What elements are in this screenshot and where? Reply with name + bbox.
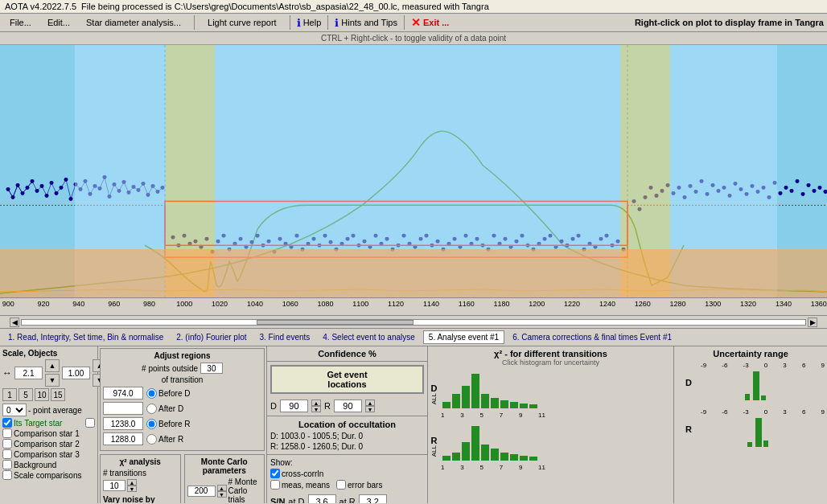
x-tick-920: 920 [38, 300, 50, 308]
d-up[interactable]: ▲ [311, 400, 321, 406]
scale-x-up[interactable]: ▲ [45, 359, 60, 372]
svg-rect-156 [462, 386, 470, 408]
d-degree-input[interactable] [280, 400, 308, 412]
scale-x-down[interactable]: ▼ [45, 374, 60, 387]
num-5-btn[interactable]: 5 [19, 388, 33, 401]
x-tick-900: 900 [2, 300, 14, 308]
star-diameter-menu[interactable]: Star diameter analysis... [80, 16, 187, 29]
d-uncertainty-hist[interactable]: -9-6-30369 [701, 362, 825, 404]
mc-down[interactable]: ▼ [217, 491, 227, 498]
exit-button[interactable]: ✕ Exit ... [411, 16, 449, 29]
target-star-cb2[interactable] [85, 418, 95, 428]
scroll-thumb[interactable] [257, 320, 414, 325]
points-outside-input[interactable] [200, 363, 223, 374]
background-checkbox[interactable] [2, 460, 12, 469]
file-menu[interactable]: File... [3, 16, 38, 29]
comp2-checkbox[interactable] [2, 439, 12, 449]
uncertainty-title: Uncertainty range [677, 349, 825, 359]
transitions-up[interactable]: ▲ [127, 479, 137, 486]
target-star-row: Its Target star [2, 418, 95, 428]
mc-trials-input[interactable] [187, 486, 216, 497]
svg-point-153 [824, 190, 828, 194]
tab-3[interactable]: 3. Find events [255, 331, 315, 343]
r-histogram[interactable]: 1357911 [441, 422, 671, 471]
r-labels: R ALL [430, 436, 438, 457]
edit-menu[interactable]: Edit... [41, 16, 76, 29]
tab-6[interactable]: 6. Camera corrections & final times Even… [508, 331, 677, 343]
r-uncertainty-hist[interactable]: -9-6-30369 [701, 408, 825, 450]
svg-rect-176 [761, 395, 766, 400]
before-d-input[interactable] [103, 387, 143, 400]
point-avg-dropdown[interactable]: 0123 [2, 404, 27, 416]
svg-point-147 [790, 189, 794, 193]
r-degree-input[interactable] [334, 400, 362, 412]
scroll-track[interactable] [21, 319, 806, 326]
transitions-input[interactable] [103, 480, 125, 491]
background-row: Background [2, 460, 95, 469]
svg-rect-177 [755, 418, 762, 447]
sn-row: S/N at D 3.6 at R 3.2 [270, 494, 424, 503]
bottom-panel: Scale, Objects ↔ document.querySelector(… [0, 346, 827, 503]
x-tick-1220: 1220 [564, 300, 580, 308]
tab-1[interactable]: 1. Read, Integrity, Set time, Bin & norm… [3, 331, 168, 343]
after-r-input[interactable] [103, 432, 143, 445]
svg-point-145 [779, 191, 783, 195]
scroll-left-arrow[interactable]: ◀ [10, 318, 19, 327]
svg-rect-166 [462, 442, 470, 461]
hints-tips-menu[interactable]: ℹ Hints and Tips [335, 17, 397, 29]
comp2-label: Comparison star 2 [14, 440, 95, 449]
sn-at-r-label: at R [339, 497, 356, 503]
r-up[interactable]: ▲ [365, 400, 375, 406]
after-d-radio[interactable] [146, 404, 157, 414]
comp3-checkbox[interactable] [2, 449, 12, 459]
before-r-input[interactable] [103, 417, 143, 430]
d-histogram[interactable]: 1357911 [441, 370, 671, 419]
mc-trials-row: ▲ ▼ # Monte Carlo trials [187, 477, 262, 503]
vary-label: Vary noise by [103, 495, 178, 503]
bottom-sections: Adjust regions # points outside of trans… [98, 346, 827, 503]
svg-rect-159 [491, 398, 499, 408]
scale-y-input[interactable] [62, 367, 90, 379]
tab-2[interactable]: 2. (info) Fourier plot [171, 331, 251, 343]
d-down[interactable]: ▼ [311, 406, 321, 412]
num-10-btn[interactable]: 10 [35, 388, 49, 401]
before-d-radio-label: Before D [146, 388, 190, 399]
svg-point-146 [784, 186, 788, 190]
get-event-label: Get eventlocations [327, 370, 367, 389]
before-r-radio[interactable] [146, 419, 157, 429]
sn-r-value: 3.2 [359, 494, 387, 503]
scale-comp-checkbox[interactable] [2, 470, 12, 480]
d-unc-ticks-top: -9-6-30369 [701, 362, 825, 369]
target-star-checkbox[interactable] [2, 418, 12, 428]
tab-5-active[interactable]: 5. Analyse event #1 [423, 330, 504, 344]
comp3-row: Comparison star 3 [2, 449, 95, 459]
before-d-radio[interactable] [146, 388, 157, 399]
location-d: D: 1003.0 - 1005.5; Dur. 0 [270, 432, 424, 440]
cross-corr-cb[interactable] [270, 469, 280, 478]
menu-bar: File... Edit... Star diameter analysis..… [0, 14, 827, 32]
help-menu[interactable]: ℹ Help [297, 17, 322, 29]
num-15-btn[interactable]: 15 [51, 388, 65, 401]
r-hist-axis-labels: 1357911 [441, 464, 545, 471]
transitions-down[interactable]: ▼ [127, 486, 137, 492]
after-d-radio-label: After D [146, 404, 183, 414]
light-curve-report-menu[interactable]: Light curve report [201, 16, 283, 29]
get-event-button[interactable]: Get eventlocations [270, 365, 424, 394]
after-r-radio[interactable] [146, 434, 157, 445]
means-cb[interactable] [270, 480, 280, 490]
r-down[interactable]: ▼ [365, 406, 375, 412]
mc-trials-spinners: ▲ ▼ [217, 485, 227, 498]
svg-rect-154 [442, 402, 451, 408]
svg-rect-162 [520, 404, 528, 408]
error-bars-row: error bars [336, 480, 382, 490]
tab-4[interactable]: 4. Select event to analyse [318, 331, 420, 343]
scroll-right-arrow[interactable]: ▶ [808, 318, 817, 327]
scale-x-input[interactable] [14, 367, 43, 379]
mc-up[interactable]: ▲ [217, 485, 227, 491]
comp1-checkbox[interactable] [2, 428, 12, 438]
scale-x-spinners: ▲ ▼ [45, 359, 60, 387]
error-bars-cb[interactable] [336, 480, 346, 490]
num-1-btn[interactable]: 1 [2, 388, 17, 401]
svg-rect-165 [452, 453, 460, 461]
after-d-input[interactable] [103, 402, 143, 415]
